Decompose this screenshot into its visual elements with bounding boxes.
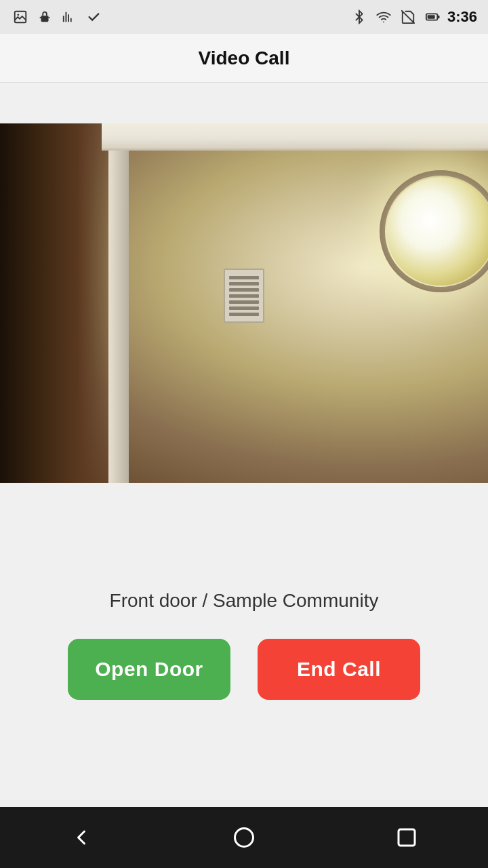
location-label: Front door / Sample Community — [110, 590, 379, 612]
svg-point-6 — [383, 21, 384, 22]
no-sim-icon — [399, 7, 418, 26]
svg-point-10 — [235, 829, 253, 847]
checkmark-icon — [84, 7, 103, 26]
svg-point-3 — [46, 13, 47, 14]
top-spacer — [0, 83, 488, 123]
button-row: Open Door End Call — [68, 639, 420, 700]
status-icons-left — [11, 7, 103, 26]
status-bar: 3:36 — [0, 0, 488, 34]
recents-button[interactable] — [386, 817, 427, 858]
video-feed — [0, 123, 488, 483]
ceiling-trim — [102, 123, 488, 151]
light-globe — [386, 177, 488, 285]
page-title: Video Call — [199, 47, 290, 69]
video-scene — [0, 123, 488, 483]
end-call-button[interactable]: End Call — [258, 639, 420, 700]
wall-vent — [224, 269, 264, 323]
home-button[interactable] — [224, 817, 264, 858]
svg-rect-0 — [15, 12, 26, 23]
attenuation-icon — [60, 7, 79, 26]
bluetooth-icon — [350, 7, 369, 26]
android-icon — [35, 7, 54, 26]
back-button[interactable] — [61, 817, 102, 858]
gallery-icon — [11, 7, 30, 26]
svg-point-2 — [43, 13, 43, 14]
bottom-area: Front door / Sample Community Open Door … — [0, 483, 488, 807]
open-door-button[interactable]: Open Door — [68, 639, 230, 700]
app-bar: Video Call — [0, 34, 488, 83]
wifi-icon — [374, 7, 393, 26]
svg-rect-11 — [399, 829, 415, 846]
svg-point-1 — [17, 14, 19, 16]
svg-rect-9 — [428, 15, 435, 19]
status-icons-right: 3:36 — [350, 7, 477, 26]
light-fixture — [380, 170, 488, 292]
nav-bar — [0, 807, 488, 868]
battery-icon — [423, 7, 442, 26]
status-time: 3:36 — [447, 8, 477, 26]
door-frame-trim — [108, 123, 129, 483]
